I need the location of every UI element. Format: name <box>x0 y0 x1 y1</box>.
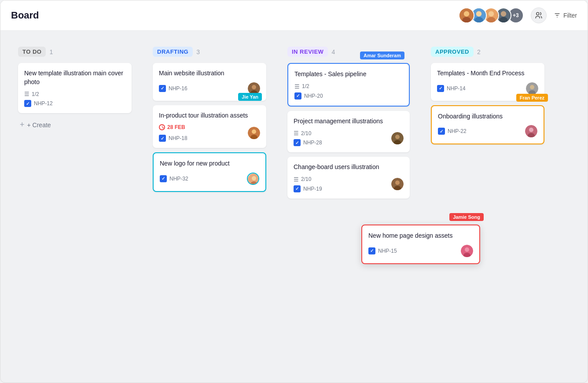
checkbox-icon <box>160 175 167 182</box>
column-inreview-count: 4 <box>331 48 335 55</box>
clock-icon <box>159 124 165 130</box>
card-nhp-12[interactable]: New template illustration main cover pho… <box>18 63 132 113</box>
checkbox-icon <box>294 185 301 192</box>
column-approved-header: APPROVED 2 <box>431 47 544 57</box>
people-button[interactable] <box>531 7 547 23</box>
create-button[interactable]: + + Create <box>18 118 132 132</box>
card-nhp-14-title: Templates - Month End Process <box>437 69 538 78</box>
tooltip-fran: Fran Perez <box>516 94 548 102</box>
card-nhp-32-meta: NHP-32 <box>160 173 259 185</box>
card-nhp-14-meta: NHP-14 <box>437 82 538 95</box>
card-nhp-28-id-row: NHP-28 <box>294 139 322 146</box>
card-nhp-22-meta: NHP-22 <box>438 125 537 137</box>
card-nhp-12-id: NHP-12 <box>34 100 53 107</box>
svg-point-10 <box>501 11 506 16</box>
card-nhp-22[interactable]: Fran Perez Onboarding illustrations NHP-… <box>431 105 544 145</box>
card-nhp-16-meta-left: NHP-16 <box>159 85 187 92</box>
subtask-icon: ☰ <box>294 176 299 183</box>
svg-point-35 <box>529 128 533 132</box>
column-todo: TO DO 1 New template illustration main c… <box>11 40 139 374</box>
card-nhp-18-id: NHP-18 <box>169 135 187 141</box>
checkbox-icon <box>368 247 375 254</box>
card-nhp-18-title: In-product tour illustration assets <box>159 111 260 120</box>
svg-point-32 <box>530 85 534 89</box>
svg-point-23 <box>252 176 256 180</box>
subtask-icon: ☰ <box>294 130 299 136</box>
floating-card-nhp-15[interactable]: Jamie Song New home page design assets N… <box>361 225 480 264</box>
subtask-icon: ☰ <box>24 91 29 97</box>
floating-nhp-15-meta-left: NHP-15 <box>368 247 397 254</box>
card-nhp-32[interactable]: New logo for new product NHP-32 <box>153 152 266 192</box>
card-nhp-18-due: 28 FEB <box>159 124 187 130</box>
card-nhp-20-id: NHP-20 <box>304 93 323 99</box>
card-nhp-19-id: NHP-19 <box>303 186 322 192</box>
card-nhp-14-id-row: NHP-14 <box>437 85 466 92</box>
column-todo-header: TO DO 1 <box>18 47 132 57</box>
column-approved-label: APPROVED <box>431 47 474 57</box>
avatar-1[interactable] <box>459 7 474 23</box>
header-actions: +3 Filter <box>459 7 577 23</box>
card-nhp-18-meta-left: 28 FEB NHP-18 <box>159 124 187 142</box>
svg-point-8 <box>487 17 496 23</box>
card-nhp-14-avatar <box>526 82 538 95</box>
card-nhp-12-subtask: ☰ 1/2 <box>24 91 53 97</box>
card-nhp-19-meta: ☰ 2/10 NHP-19 <box>294 176 404 192</box>
column-inreview-label: IN REVIEW <box>287 47 328 57</box>
tooltip-jieyan: Jie Yan <box>238 93 262 101</box>
card-nhp-19-avatar <box>391 178 404 190</box>
card-nhp-32-title: New logo for new product <box>160 159 259 168</box>
floating-nhp-15-avatar <box>461 245 473 257</box>
create-label: + Create <box>27 122 51 129</box>
card-nhp-16-id: NHP-16 <box>169 85 187 92</box>
card-nhp-22-id: NHP-22 <box>448 128 467 134</box>
column-todo-count: 1 <box>49 48 53 55</box>
card-nhp-22-id-row: NHP-22 <box>438 128 467 135</box>
card-nhp-12-meta-left: ☰ 1/2 NHP-12 <box>24 91 53 107</box>
floating-nhp-15-meta: NHP-15 <box>368 245 473 257</box>
checkbox-icon <box>294 92 301 99</box>
card-nhp-19-id-row: NHP-19 <box>294 185 322 192</box>
card-nhp-12-id-row: NHP-12 <box>24 100 53 107</box>
checkbox-icon <box>294 139 301 146</box>
card-nhp-22-meta-left: NHP-22 <box>438 128 467 135</box>
column-inreview: IN REVIEW 4 Amar Sunderam Templates - Sa… <box>280 40 417 374</box>
svg-point-1 <box>464 11 469 16</box>
card-nhp-32-meta-left: NHP-32 <box>160 175 188 182</box>
due-date-text: 28 FEB <box>167 124 185 130</box>
filter-button[interactable]: Filter <box>554 12 577 19</box>
card-nhp-14-meta-left: NHP-14 <box>437 85 466 92</box>
card-nhp-19-subtask: ☰ 2/10 <box>294 176 322 183</box>
column-drafting-label: DRAFTING <box>153 47 193 57</box>
card-nhp-20-meta-left: ☰ 1/2 NHP-20 <box>294 83 323 99</box>
card-nhp-20-subtask: ☰ 1/2 <box>294 83 323 90</box>
svg-point-2 <box>462 17 471 23</box>
card-nhp-28-title: Project management illustrations <box>294 117 404 126</box>
card-nhp-22-avatar <box>525 125 537 137</box>
card-nhp-18-meta: 28 FEB NHP-18 <box>159 124 260 142</box>
svg-point-26 <box>395 135 400 139</box>
checkbox-icon <box>24 100 31 107</box>
card-nhp-28-id: NHP-28 <box>303 140 322 146</box>
tooltip-amar: Amar Sunderam <box>360 52 404 59</box>
column-approved: APPROVED 2 Templates - Month End Process… <box>424 40 551 374</box>
card-nhp-28-avatar <box>391 132 404 144</box>
card-nhp-20-title: Templates - Sales pipeline <box>294 70 403 79</box>
tooltip-jamie: Jamie Song <box>449 213 484 221</box>
card-nhp-14-id: NHP-14 <box>447 85 466 92</box>
card-nhp-32-id-row: NHP-32 <box>160 175 188 182</box>
board-content: TO DO 1 New template illustration main c… <box>0 31 588 383</box>
card-nhp-20-id-row: NHP-20 <box>294 92 323 99</box>
column-approved-count: 2 <box>477 48 481 55</box>
card-nhp-19[interactable]: Change-board users illustration ☰ 2/10 N… <box>287 157 410 199</box>
card-nhp-18[interactable]: Jie Yan In-product tour illustration ass… <box>153 105 266 148</box>
svg-point-5 <box>474 17 483 23</box>
card-nhp-16-id-row: NHP-16 <box>159 85 187 92</box>
svg-point-7 <box>489 11 494 16</box>
card-nhp-18-avatar <box>248 127 260 139</box>
card-nhp-28[interactable]: Project management illustrations ☰ 2/10 … <box>287 111 410 153</box>
card-nhp-32-id: NHP-32 <box>169 176 188 182</box>
card-nhp-20[interactable]: Amar Sunderam Templates - Sales pipeline… <box>287 63 410 107</box>
svg-point-38 <box>465 247 469 252</box>
card-nhp-28-subtask: ☰ 2/10 <box>294 130 322 136</box>
subtask-icon: ☰ <box>294 83 300 90</box>
